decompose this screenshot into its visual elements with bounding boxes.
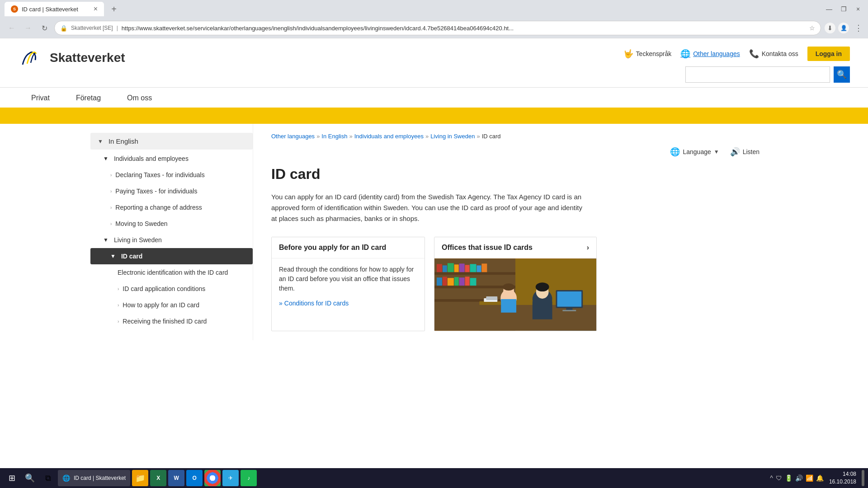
browser-chrome: S ID card | Skatteverket × + — ❐ × ← → ↻… [0, 0, 868, 38]
main-content: ▼ In English ▼ Individuals and employees… [72, 124, 796, 340]
bullet-icon: › [110, 173, 112, 178]
back-button[interactable]: ← [5, 22, 18, 34]
sidebar-item-individuals-employees[interactable]: ▼ Individuals and employees [90, 150, 253, 167]
sidebar-section-english: ▼ In English ▼ Individuals and employees… [90, 133, 253, 329]
svg-rect-36 [562, 310, 576, 311]
header-top-links: 🤟 Teckenspråk 🌐 Other languages 📞 Kontak… [623, 47, 850, 61]
card1-body: Read through the conditions for how to a… [272, 258, 425, 314]
card2-header: Offices that issue ID cards › [434, 237, 596, 258]
bookmark-icon[interactable]: ☆ [809, 24, 815, 32]
card-before-apply[interactable]: Before you apply for an ID card Read thr… [271, 237, 425, 331]
new-tab-button[interactable]: + [108, 3, 120, 15]
card-offices[interactable]: Offices that issue ID cards › [434, 237, 597, 331]
sidebar-item-electronic-id[interactable]: Electronic identification with the ID ca… [90, 264, 253, 281]
listen-icon: 🔊 [730, 147, 740, 157]
logo-icon [18, 47, 45, 69]
tab-close-button[interactable]: × [94, 5, 98, 13]
bullet-icon-4: › [110, 221, 112, 226]
minimize-button[interactable]: — [824, 4, 835, 14]
sidebar-item-declaring-taxes[interactable]: › Declaring Taxes - for individuals [90, 167, 253, 183]
login-button[interactable]: Logga in [807, 47, 850, 61]
language-selector[interactable]: 🌐 Language ▼ [670, 147, 719, 157]
svg-rect-16 [448, 278, 454, 286]
content-tools: 🌐 Language ▼ 🔊 Listen [271, 147, 760, 157]
breadcrumb-individuals[interactable]: Individuals and employees [354, 133, 424, 140]
breadcrumb: Other languages » In English » Individua… [271, 133, 760, 140]
svg-rect-9 [459, 263, 465, 272]
listen-label: Listen [743, 148, 760, 155]
listen-button[interactable]: 🔊 Listen [730, 147, 760, 157]
globe-icon-2: 🌐 [670, 147, 680, 157]
browser-extensions: ⬇ 👤 [825, 23, 849, 33]
site-nav: Privat Företag Om oss [0, 87, 868, 108]
svg-rect-8 [454, 264, 459, 272]
breadcrumb-other-languages[interactable]: Other languages [271, 133, 315, 140]
svg-point-30 [536, 282, 549, 291]
nav-foretag[interactable]: Företag [63, 88, 114, 108]
site-wrapper: Skatteverket 🤟 Teckenspråk 🌐 Other langu… [0, 38, 868, 340]
url-bar[interactable]: 🔒 Skatteverket [SE] | https://www.skatte… [54, 21, 821, 35]
chevron-icon-3: ▼ [103, 237, 108, 243]
header-right: 🤟 Teckenspråk 🌐 Other languages 📞 Kontak… [623, 47, 850, 83]
url-source: Skatteverket [SE] [71, 25, 113, 31]
page-title: ID card [271, 166, 760, 183]
sidebar-item-living-in-sweden[interactable]: ▼ Living in Sweden [90, 232, 253, 248]
svg-rect-17 [454, 277, 459, 286]
svg-rect-6 [443, 265, 447, 272]
site-header: Skatteverket 🤟 Teckenspråk 🌐 Other langu… [0, 38, 868, 87]
phone-icon: 📞 [749, 49, 759, 59]
refresh-button[interactable]: ↻ [38, 22, 51, 34]
svg-point-26 [503, 283, 514, 291]
bullet-icon-7: › [118, 319, 119, 324]
chevron-icon: ▼ [98, 138, 103, 145]
sidebar-item-id-conditions[interactable]: › ID card application conditions [90, 281, 253, 297]
svg-rect-28 [533, 301, 552, 319]
bullet-icon-2: › [110, 189, 112, 194]
svg-rect-13 [481, 263, 487, 272]
maximize-button[interactable]: ❐ [838, 4, 849, 14]
nav-om-oss[interactable]: Om oss [114, 88, 165, 108]
bullet-icon-6: › [118, 303, 119, 308]
svg-rect-10 [465, 265, 470, 272]
breadcrumb-in-english[interactable]: In English [321, 133, 347, 140]
sidebar-item-receiving-id[interactable]: › Receiving the finished ID card [90, 313, 253, 329]
profile-icon[interactable]: 👤 [838, 23, 849, 33]
card2-arrow-icon: › [587, 244, 589, 252]
card1-link[interactable]: Conditions for ID cards [279, 299, 417, 308]
chevron-icon-4: ▼ [110, 253, 116, 259]
svg-rect-15 [443, 277, 447, 286]
close-button[interactable]: × [853, 4, 863, 14]
svg-rect-14 [437, 277, 442, 286]
forward-button[interactable]: → [22, 22, 34, 34]
browser-menu-button[interactable]: ⋮ [854, 23, 863, 33]
sidebar-item-reporting-address[interactable]: › Reporting a change of address [90, 199, 253, 216]
sidebar-item-in-english[interactable]: ▼ In English [90, 133, 253, 150]
logo-text[interactable]: Skatteverket [50, 51, 125, 65]
card2-header-text: Offices that issue ID cards [442, 244, 533, 252]
other-languages-link[interactable]: 🌐 Other languages [680, 49, 740, 59]
logo-area: Skatteverket [18, 47, 125, 69]
language-chevron-icon: ▼ [714, 149, 719, 155]
svg-rect-5 [437, 264, 442, 272]
cards-row: Before you apply for an ID card Read thr… [271, 237, 760, 331]
search-input[interactable] [685, 66, 830, 83]
breadcrumb-living-sweden[interactable]: Living in Sweden [430, 133, 475, 140]
sidebar-item-paying-taxes[interactable]: › Paying Taxes - for individuals [90, 183, 253, 199]
svg-rect-7 [448, 263, 454, 272]
sidebar-item-how-to-apply[interactable]: › How to apply for an ID card [90, 297, 253, 313]
chevron-icon-2: ▼ [103, 155, 108, 162]
card2-image [434, 258, 596, 331]
card1-body-text: Read through the conditions for how to a… [279, 266, 414, 292]
sign-language-link[interactable]: 🤟 Teckenspråk [623, 49, 672, 59]
bullet-icon-3: › [110, 205, 112, 210]
extension-icon-1[interactable]: ⬇ [825, 23, 835, 33]
svg-rect-11 [470, 264, 476, 272]
nav-privat[interactable]: Privat [18, 88, 63, 108]
sidebar-item-moving-sweden[interactable]: › Moving to Sweden [90, 216, 253, 232]
search-button[interactable]: 🔍 [834, 66, 850, 83]
sidebar-item-id-card[interactable]: ▼ ID card [90, 248, 253, 264]
svg-rect-32 [486, 296, 497, 300]
contact-link[interactable]: 📞 Kontakta oss [749, 49, 798, 59]
tab-favicon: S [11, 5, 18, 13]
browser-tab[interactable]: S ID card | Skatteverket × [5, 2, 104, 16]
